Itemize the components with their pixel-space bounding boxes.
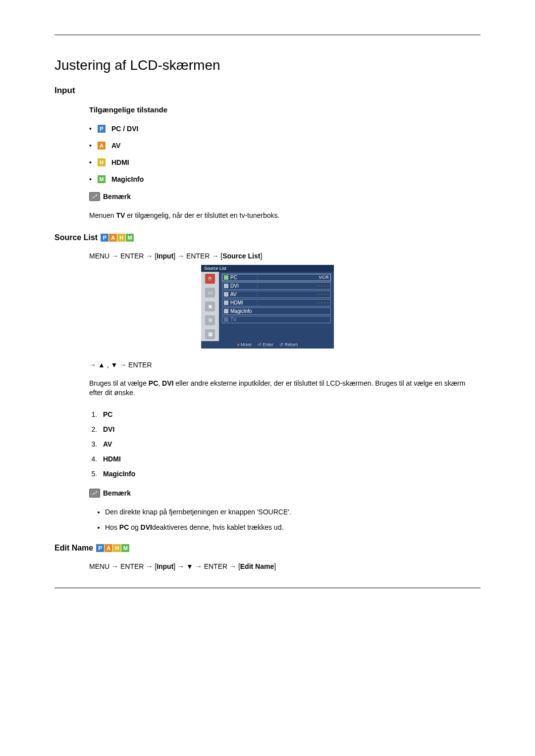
note-text: Menuen TV er tilgængelig, når der er til… — [89, 211, 481, 221]
note-item-text: Den direkte knap på fjernbetjeningen er … — [105, 508, 291, 516]
osd-main: PC : VCR DVI : - - - - AV : - - - - — [219, 272, 334, 341]
p-icon: P — [101, 234, 108, 242]
osd-sidebar: ⎘ ▭ ◉ ⚙ ▦ — [201, 272, 219, 341]
osd-row-label: DVI — [230, 283, 254, 289]
list-item: DVI — [99, 425, 481, 433]
note-seg: og — [129, 523, 140, 531]
osd-row-value: - - - - — [261, 300, 329, 305]
source-list-description: Bruges til at vælge PC, DVI eller andre … — [89, 379, 481, 398]
osd-side-icon: ▦ — [205, 329, 215, 339]
list-item: MagicInfo — [99, 470, 481, 478]
mode-label: MagicInfo — [111, 175, 144, 183]
osd-row: TV — [222, 316, 331, 323]
osd-row-value: VCR — [261, 275, 329, 280]
menu-path-seg: MENU → ENTER → [ — [89, 562, 157, 570]
note-text-bold: TV — [116, 211, 125, 219]
a-icon: A — [105, 544, 112, 552]
mode-pc-dvi: P PC / DVI — [89, 125, 481, 133]
p-icon: P — [98, 125, 106, 133]
h-icon: H — [98, 158, 106, 166]
h-icon: H — [113, 544, 121, 552]
desc-bold: DVI — [162, 379, 173, 387]
list-item-label: MagicInfo — [103, 470, 135, 478]
osd-check-icon — [224, 317, 228, 322]
osd-footer: ♦ Move ⏎ Enter ↺ Return — [201, 341, 334, 349]
desc-bold: PC — [149, 379, 158, 387]
header-rule — [54, 35, 481, 35]
note-label: Bemærk — [103, 193, 131, 201]
menu-path-seg: ] — [274, 562, 276, 570]
p-icon: P — [96, 544, 104, 552]
osd-check-icon — [224, 301, 228, 305]
osd-row: AV : - - - - — [222, 291, 331, 298]
menu-path-bold: Input — [157, 252, 173, 260]
osd-row: HDMI : - - - - — [222, 299, 331, 306]
a-icon: A — [109, 234, 117, 242]
list-item: HDMI — [99, 455, 481, 463]
osd-side-icon: ▭ — [205, 288, 215, 298]
osd-check-icon — [224, 309, 228, 313]
osd-check-icon — [224, 292, 228, 297]
m-icon: M — [121, 544, 129, 552]
menu-path-bold: Edit Name — [240, 562, 274, 570]
modes-heading: Tilgængelige tilstande — [89, 105, 481, 114]
osd-check-icon — [224, 284, 228, 288]
input-heading: Input — [54, 86, 481, 96]
list-item-label: AV — [103, 440, 112, 448]
list-item: AV — [99, 440, 481, 448]
osd-colon: : — [256, 300, 259, 305]
osd-row-label: AV — [230, 292, 254, 297]
edit-name-menu-path: MENU → ENTER → [Input] → ▼ → ENTER → [Ed… — [89, 562, 481, 570]
modes-list: P PC / DVI A AV H HDMI M MagicInfo — [89, 125, 481, 183]
note-text-suffix: er tilgængelig, når der er tilsluttet en… — [125, 211, 279, 219]
list-item: Den direkte knap på fjernbetjeningen er … — [105, 507, 481, 517]
note-bold: PC — [119, 523, 129, 531]
note-icon — [89, 192, 100, 201]
osd-body: ⎘ ▭ ◉ ⚙ ▦ PC : VCR DVI : - - - - — [201, 272, 334, 341]
m-icon: M — [98, 175, 106, 183]
note-bold: DVI — [141, 523, 152, 531]
pahm-badges: P A H M — [96, 544, 129, 552]
page-title: Justering af LCD-skærmen — [54, 57, 481, 73]
osd-row-value: - - - - — [261, 283, 329, 288]
osd-footer-enter: ⏎ Enter — [258, 342, 273, 347]
note-seg: Hos — [105, 523, 119, 531]
osd-check-icon — [224, 275, 228, 280]
m-icon: M — [126, 234, 134, 242]
menu-path-seg: ] — [260, 252, 262, 260]
notes-list: Den direkte knap på fjernbetjeningen er … — [105, 507, 481, 533]
source-list-heading-text: Source List — [54, 233, 98, 242]
pahm-badges: P A H M — [101, 234, 134, 242]
menu-path-seg: ] → ▼ → ENTER → [ — [173, 562, 240, 570]
source-list-menu-path: MENU → ENTER → [Input] → ENTER → [Source… — [89, 252, 481, 260]
source-list-heading: Source List P A H M — [54, 233, 481, 242]
note-icon — [89, 489, 100, 498]
mode-label: HDMI — [111, 158, 129, 166]
osd-row-label: MagicInfo — [230, 308, 329, 314]
osd-row: MagicInfo — [222, 307, 331, 315]
list-item: Hos PC og DVIdeaktiveres denne, hvis kab… — [105, 523, 481, 533]
osd-footer-return-label: Return — [284, 342, 298, 347]
a-icon: A — [98, 142, 106, 150]
source-items-list: PC DVI AV HDMI MagicInfo — [99, 410, 481, 478]
menu-path-seg: ] → ENTER → [ — [173, 252, 222, 260]
osd-footer-move-label: Move — [241, 342, 252, 347]
menu-path-bold: Source List — [222, 252, 260, 260]
osd-row: DVI : - - - - — [222, 282, 331, 290]
note-row: Bemærk — [89, 192, 481, 201]
osd-colon: : — [256, 292, 259, 297]
desc-seg: , — [158, 379, 162, 387]
list-item-label: HDMI — [103, 455, 121, 463]
osd-side-icon: ⚙ — [205, 315, 215, 325]
mode-hdmi: H HDMI — [89, 158, 481, 166]
osd-screenshot: Source List ⎘ ▭ ◉ ⚙ ▦ PC : VCR DVI — [54, 265, 481, 349]
nav-instruction: → ▲ , ▼ → ENTER — [89, 361, 481, 369]
note-row: Bemærk — [89, 489, 481, 498]
list-item-label: PC — [103, 410, 112, 418]
mode-magicinfo: M MagicInfo — [89, 175, 481, 183]
mode-av: A AV — [89, 142, 481, 150]
note-seg: deaktiveres denne, hvis kablet trækkes u… — [152, 523, 283, 531]
osd-side-icon: ◉ — [205, 302, 215, 311]
list-item-label: DVI — [103, 425, 114, 433]
osd-title: Source List — [201, 265, 334, 272]
